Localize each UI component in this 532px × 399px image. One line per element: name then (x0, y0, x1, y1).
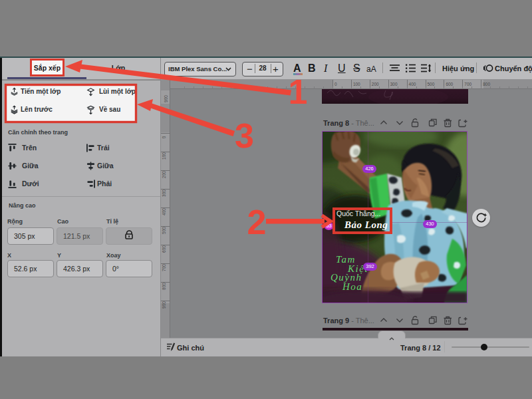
svg-text:2: 2 (247, 203, 267, 241)
svg-text:1: 1 (289, 72, 308, 111)
svg-text:3: 3 (235, 116, 254, 155)
